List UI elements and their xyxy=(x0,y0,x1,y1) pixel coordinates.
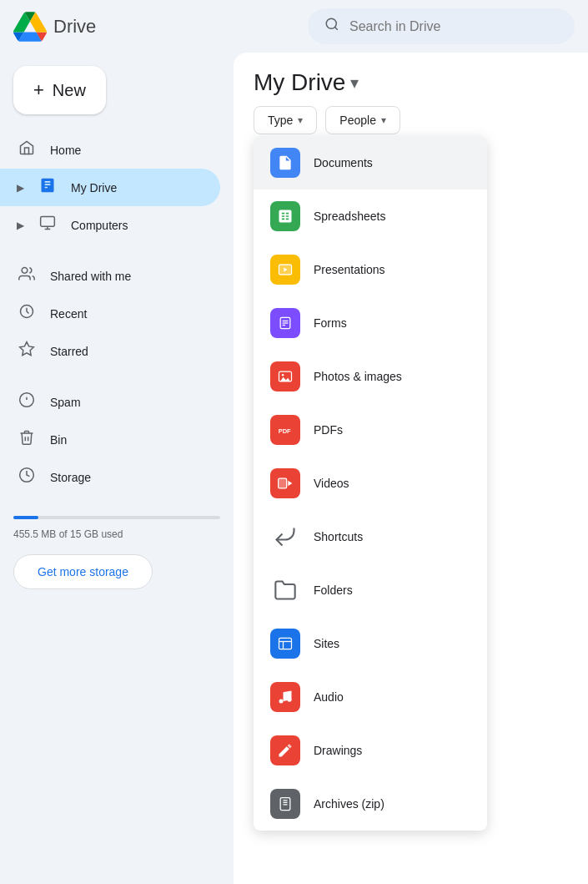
sidebar-label-bin: Bin xyxy=(50,433,67,447)
sidebar-item-spam[interactable]: Spam xyxy=(0,383,220,421)
sidebar-label-storage: Storage xyxy=(50,471,91,484)
forms-icon xyxy=(270,308,300,338)
svg-rect-12 xyxy=(282,165,287,166)
dropdown-item-forms[interactable]: Forms xyxy=(254,296,487,350)
sidebar-label-spam: Spam xyxy=(50,396,81,409)
search-icon xyxy=(324,17,339,36)
sidebar-item-starred[interactable]: Starred xyxy=(0,332,220,370)
sidebar: + New Home ▶ My Drive ▶ xyxy=(0,53,234,884)
computers-expand-icon: ▶ xyxy=(17,220,24,231)
my-drive-icon xyxy=(38,177,58,198)
app-header: Drive xyxy=(0,0,588,53)
storage-bar-fill xyxy=(13,516,38,519)
archives-icon xyxy=(270,789,300,819)
dropdown-item-pdfs[interactable]: PDF PDFs xyxy=(254,403,487,457)
get-storage-button[interactable]: Get more storage xyxy=(13,554,153,589)
svg-rect-11 xyxy=(282,164,289,164)
dropdown-item-photos[interactable]: Photos & images xyxy=(254,350,487,403)
sidebar-label-starred: Starred xyxy=(50,345,88,358)
dropdown-item-videos[interactable]: Videos xyxy=(254,457,487,510)
sidebar-item-computers[interactable]: ▶ Computers xyxy=(0,206,220,244)
search-input[interactable] xyxy=(349,19,558,34)
dropdown-item-drawings[interactable]: Drawings xyxy=(254,724,487,777)
dropdown-item-archives[interactable]: Archives (zip) xyxy=(254,777,487,831)
photos-icon xyxy=(270,361,300,391)
people-filter-arrow-icon: ▾ xyxy=(381,114,386,126)
dropdown-item-sites[interactable]: Sites xyxy=(254,617,487,670)
videos-label: Videos xyxy=(314,477,349,490)
people-filter-label: People xyxy=(339,114,376,127)
sidebar-label-my-drive: My Drive xyxy=(71,181,117,194)
svg-text:PDF: PDF xyxy=(279,427,291,435)
documents-icon xyxy=(270,148,300,178)
content-area: My Drive ▾ Type ▾ People ▾ xyxy=(234,53,588,884)
spreadsheets-icon xyxy=(270,201,300,231)
recent-icon xyxy=(17,303,37,324)
folders-label: Folders xyxy=(314,583,353,597)
new-button[interactable]: + New xyxy=(13,66,106,114)
starred-icon xyxy=(17,341,37,361)
type-filter-label: Type xyxy=(268,114,293,127)
svg-marker-25 xyxy=(288,481,292,487)
archives-label: Archives (zip) xyxy=(314,797,384,811)
type-filter-arrow-icon: ▾ xyxy=(298,114,303,126)
svg-rect-26 xyxy=(279,638,292,649)
svg-marker-21 xyxy=(280,377,290,381)
dropdown-item-shortcuts[interactable]: Shortcuts xyxy=(254,510,487,563)
sidebar-item-my-drive[interactable]: ▶ My Drive xyxy=(0,169,220,206)
storage-bar-background xyxy=(13,516,220,519)
people-filter-button[interactable]: People ▾ xyxy=(325,106,400,134)
documents-label: Documents xyxy=(314,156,373,169)
svg-point-0 xyxy=(326,18,336,28)
bin-icon xyxy=(17,429,37,450)
title-dropdown-arrow[interactable]: ▾ xyxy=(350,73,359,93)
sidebar-item-bin[interactable]: Bin xyxy=(0,421,220,458)
search-bar[interactable] xyxy=(308,8,575,44)
svg-marker-7 xyxy=(20,342,34,356)
sidebar-item-shared[interactable]: Shared with me xyxy=(0,257,220,295)
drawings-label: Drawings xyxy=(314,744,362,757)
sites-icon xyxy=(270,629,300,659)
svg-rect-2 xyxy=(41,217,55,227)
presentations-label: Presentations xyxy=(314,263,385,276)
presentations-icon xyxy=(270,255,300,285)
storage-section: 455.5 MB of 15 GB used Get more storage xyxy=(13,509,220,603)
storage-usage-text: 455.5 MB of 15 GB used xyxy=(13,528,123,540)
shared-icon xyxy=(17,265,37,286)
sidebar-item-home[interactable]: Home xyxy=(0,131,220,169)
dropdown-item-folders[interactable]: Folders xyxy=(254,563,487,617)
type-dropdown-menu: Documents Spreadsheets xyxy=(254,136,487,831)
dropdown-item-presentations[interactable]: Presentations xyxy=(254,243,487,296)
photos-label: Photos & images xyxy=(314,370,402,383)
folders-icon xyxy=(270,575,300,605)
pdfs-label: PDFs xyxy=(314,423,343,437)
storage-icon xyxy=(17,467,37,487)
sites-label: Sites xyxy=(314,637,339,650)
sidebar-label-home: Home xyxy=(50,144,81,157)
svg-rect-23 xyxy=(279,478,287,488)
nav-separator-2 xyxy=(0,370,234,383)
app-title: Drive xyxy=(53,16,96,38)
svg-line-1 xyxy=(334,27,337,29)
logo-area: Drive xyxy=(13,10,96,43)
dropdown-item-documents[interactable]: Documents xyxy=(254,136,487,189)
dropdown-item-audio[interactable]: Audio xyxy=(254,670,487,724)
sidebar-label-recent: Recent xyxy=(50,307,87,321)
shortcuts-label: Shortcuts xyxy=(314,530,363,543)
type-filter-button[interactable]: Type ▾ xyxy=(254,106,317,134)
sidebar-item-storage[interactable]: Storage xyxy=(0,458,220,496)
dropdown-item-spreadsheets[interactable]: Spreadsheets xyxy=(254,189,487,243)
audio-icon xyxy=(270,682,300,712)
content-header: My Drive ▾ xyxy=(234,53,588,106)
videos-icon xyxy=(270,468,300,498)
sidebar-label-shared: Shared with me xyxy=(50,270,131,283)
home-icon xyxy=(17,139,37,160)
sidebar-item-recent[interactable]: Recent xyxy=(0,295,220,332)
main-layout: + New Home ▶ My Drive ▶ xyxy=(0,53,588,884)
sidebar-label-computers: Computers xyxy=(71,219,128,232)
new-button-label: New xyxy=(53,81,86,100)
nav-separator-1 xyxy=(0,244,234,257)
drive-logo-icon xyxy=(13,10,47,43)
forms-label: Forms xyxy=(314,316,347,330)
new-plus-icon: + xyxy=(33,79,44,101)
